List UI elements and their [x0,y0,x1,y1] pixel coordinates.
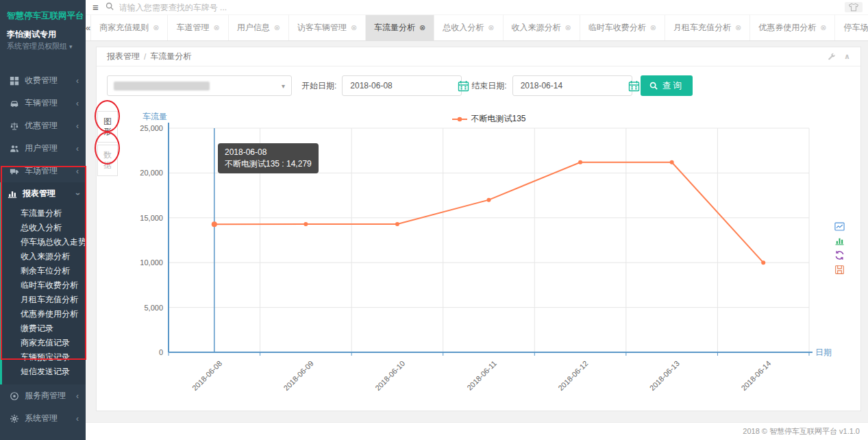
breadcrumb-item: 车流量分析 [150,51,191,62]
sidebar-item-label: 报表管理 [23,188,55,199]
gears-icon [10,414,19,424]
tooltip-date: 2018-06-08 [225,147,312,158]
calendar-icon[interactable] [628,80,640,92]
sidebar-subitem-车流量分析[interactable]: 车流量分析 [2,206,86,221]
tab-车流量分析[interactable]: 车流量分析⊗ [366,15,434,40]
sidebar-subitem-总收入分析[interactable]: 总收入分析 [2,221,86,235]
sidebar-item-车场管理[interactable]: 车场管理‹ [2,160,86,182]
data-point[interactable] [395,222,399,226]
sidebar-subitem-车辆预定记录[interactable]: 车辆预定记录 [2,350,86,365]
data-point[interactable] [212,221,217,227]
y-tick-label: 20,000 [140,169,163,177]
panel-tools: ∧ [828,52,850,61]
save-icon[interactable] [834,265,845,276]
data-point[interactable] [303,222,308,226]
tab-close-icon[interactable]: ⊗ [488,24,494,32]
theme-skin-icon[interactable] [845,2,863,12]
sidebar-subitem-临时车收费分析[interactable]: 临时车收费分析 [2,278,86,293]
tabs-scroll-left-icon[interactable]: « [86,15,91,40]
tab-close-icon[interactable]: ⊗ [565,24,571,32]
refresh-icon[interactable] [834,250,845,261]
sidebar-item-系统管理[interactable]: 系统管理‹ [2,407,86,430]
tab-label: 优惠券使用分析 [758,22,816,34]
sidebar-subitem-商家充值记录[interactable]: 商家充值记录 [2,336,86,350]
wrench-icon[interactable] [828,53,836,61]
tab-close-icon[interactable]: ⊗ [351,24,357,32]
y-axis-title: 车流量 [142,112,167,121]
chart-tooltip: 2018-06-08 不断电测试135 : 14,279 [218,143,319,173]
tab-close-icon[interactable]: ⊗ [274,24,280,32]
tab-优惠券使用分析[interactable]: 优惠券使用分析⊗ [750,15,835,40]
redacted-select-value [114,82,210,90]
data-point[interactable] [761,260,765,265]
sidebar-subitem-优惠券使用分析[interactable]: 优惠券使用分析 [2,307,86,321]
tab-close-icon[interactable]: ⊗ [153,24,159,32]
sidebar-subitem-缴费记录[interactable]: 缴费记录 [2,321,86,336]
tab-label: 用户信息 [237,22,270,34]
sidebar-subitem-短信发送记录[interactable]: 短信发送记录 [2,365,86,379]
breadcrumb-item[interactable]: 报表管理 [107,51,140,62]
sidebar-item-服务商管理[interactable]: 服务商管理‹ [2,384,86,407]
app-root: 智慧停车互联网平台 李怡测试专用 系统管理员权限组▾ 收费管理‹车辆管理‹优惠管… [0,0,868,440]
x-tick-label: 2018-06-08 [190,359,223,392]
tab-close-icon[interactable]: ⊗ [820,24,826,32]
sidebar-item-报表管理[interactable]: 报表管理‹ [2,182,86,205]
data-point[interactable] [578,160,582,164]
calendar-icon[interactable] [458,80,469,92]
tab-用户信息[interactable]: 用户信息⊗ [229,15,289,40]
bar-chart-icon[interactable] [834,236,845,247]
sidebar-group: 服务商管理‹ [0,384,86,407]
tab-收入来源分析[interactable]: 收入来源分析⊗ [504,15,580,40]
user-role-dropdown[interactable]: 系统管理员权限组▾ [0,41,86,56]
tab-车道管理[interactable]: 车道管理⊗ [168,15,228,40]
sidebar-subitem-停车场总收入走势[interactable]: 停车场总收入走势 [2,235,86,249]
chart-view-tabs: 图形数据 [97,111,117,176]
view-tab-数据[interactable]: 数据 [97,145,118,176]
sidebar-subitem-月租车充值分析[interactable]: 月租车充值分析 [2,293,86,307]
line-chart-icon[interactable] [834,221,845,232]
breadcrumb-separator: / [144,52,146,62]
tab-访客车辆管理[interactable]: 访客车辆管理⊗ [289,15,366,40]
sidebar-item-label: 服务商管理 [25,390,66,402]
sidebar-subitem-收入来源分析[interactable]: 收入来源分析 [2,249,86,264]
panel-header: 报表管理 / 车流量分析 ∧ [97,47,860,66]
tab-close-icon[interactable]: ⊗ [735,24,741,32]
tab-close-icon[interactable]: ⊗ [419,24,425,32]
tab-停车场总收入走势[interactable]: 停车场总收入走势⊗ [835,15,868,40]
x-axis-title: 日期 [815,347,832,357]
users-icon [10,144,19,154]
tab-总收入分析[interactable]: 总收入分析⊗ [434,15,503,40]
tab-临时车收费分析[interactable]: 临时车收费分析⊗ [580,15,665,40]
x-tick-label: 2018-06-13 [648,359,681,392]
start-date-input[interactable] [349,80,458,91]
footer: 2018 © 智慧停车互联网平台 v1.1.0 [86,422,868,440]
plate-search-input[interactable] [118,2,347,13]
menu-toggle-icon[interactable]: ≡ [92,2,99,12]
chevron-left-icon: ‹ [76,123,79,130]
data-point[interactable] [670,160,674,164]
sidebar-item-用户管理[interactable]: 用户管理‹ [2,137,86,160]
collapse-panel-icon[interactable]: ∧ [844,52,850,61]
sidebar-subitem-剩余车位分析[interactable]: 剩余车位分析 [2,264,86,278]
chart-section: 图形数据 不断电测试135 05,00010,00015,00020,00025… [97,105,860,411]
tab-close-icon[interactable]: ⊗ [213,24,219,32]
tab-label: 访客车辆管理 [297,22,347,34]
end-date-input[interactable] [519,80,628,91]
view-tab-图形[interactable]: 图形 [97,111,118,143]
sidebar-item-优惠管理[interactable]: 优惠管理‹ [2,114,86,137]
tab-close-icon[interactable]: ⊗ [650,24,656,32]
tab-商家充值规则[interactable]: 商家充值规则⊗ [91,15,168,40]
chart-legend[interactable]: 不断电测试135 [451,113,525,125]
sidebar-group: 系统管理‹ [0,407,86,430]
tab-月租车充值分析[interactable]: 月租车充值分析⊗ [665,15,750,40]
sidebar-item-车辆管理[interactable]: 车辆管理‹ [2,92,86,114]
data-point[interactable] [487,198,491,202]
legend-marker-icon [451,114,467,124]
query-button[interactable]: 查询 [641,75,693,96]
series-line [214,162,763,262]
sidebar-item-label: 车场管理 [25,165,58,177]
y-tick-label: 10,000 [140,258,163,267]
parking-lot-select[interactable]: ▾ [107,75,292,96]
sidebar-item-收费管理[interactable]: 收费管理‹ [2,69,86,92]
sidebar-item-label: 车辆管理 [25,97,58,109]
